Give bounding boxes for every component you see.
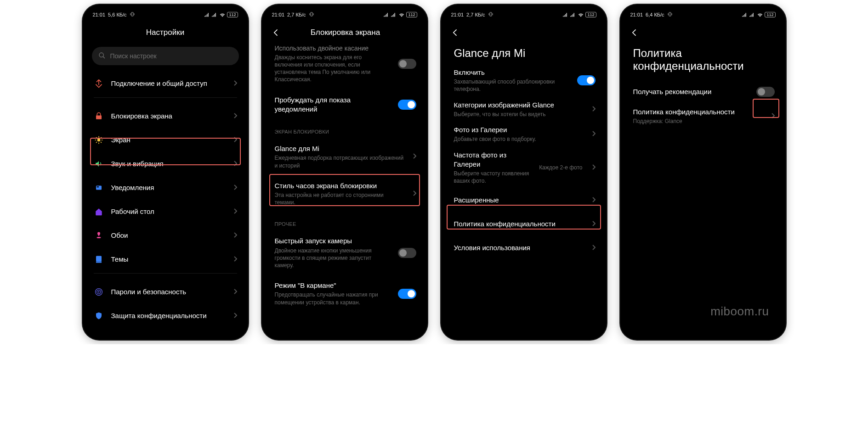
item-label: Блокировка экрана	[111, 112, 226, 121]
search-placeholder: Поиск настроек	[110, 52, 157, 60]
vibrate-icon	[309, 11, 314, 18]
page-title: Настройки	[92, 28, 239, 37]
item-title: Включить	[454, 68, 570, 77]
item-label: Рабочий стол	[111, 207, 226, 216]
item-pocket-mode[interactable]: Режим "В кармане" Предотвращать случайны…	[265, 275, 425, 312]
item-sub: Двойное нажатие кнопки уменьшения громко…	[275, 247, 391, 269]
status-speed: 2,7 КБ/с	[466, 12, 485, 17]
search-input[interactable]: Поиск настроек	[92, 47, 239, 65]
status-speed: 2,7 КБ/с	[287, 12, 306, 17]
toggle-enable[interactable]	[577, 75, 596, 85]
signal-icon	[384, 12, 390, 18]
chevron-right-icon	[771, 112, 775, 120]
item-sub: Захватывающий способ разблокировки телеф…	[454, 78, 570, 93]
item-categories[interactable]: Категории изображений Glance Выберите, ч…	[444, 97, 604, 122]
settings-item-home[interactable]: Рабочий стол	[85, 200, 245, 224]
lock-icon	[94, 111, 104, 121]
item-title: Использовать двойное касание	[275, 44, 391, 53]
signal-icon-2	[212, 12, 218, 18]
back-button[interactable]	[630, 28, 640, 38]
status-time: 21:01	[630, 12, 643, 17]
item-recommendations[interactable]: Получать рекомендации	[623, 80, 783, 104]
item-title: Glance для Mi	[275, 144, 405, 153]
item-terms[interactable]: Условия использования	[444, 236, 604, 260]
theme-icon	[94, 254, 104, 264]
chevron-right-icon	[233, 160, 237, 168]
item-sub: Предотвращать случайные нажатия при поме…	[275, 291, 391, 306]
settings-item-wallpaper[interactable]: Обои	[85, 224, 245, 247]
volume-icon	[94, 159, 104, 169]
section-header: ЭКРАН БЛОКИРОВКИ	[265, 120, 425, 138]
status-time: 21:01	[272, 12, 285, 17]
toggle-double-tap[interactable]	[398, 59, 416, 69]
item-title: Режим "В кармане"	[275, 281, 391, 290]
svg-rect-13	[669, 12, 671, 16]
settings-item-lockscreen[interactable]: Блокировка экрана	[85, 104, 245, 128]
phone-1: 21:01 5,6 КБ/с 112 Настройки Поиск настр…	[83, 5, 248, 340]
item-camera-launch[interactable]: Быстрый запуск камеры Двойное нажатие кн…	[265, 230, 425, 275]
item-frequency[interactable]: Частота фото из Галереи Выберите частоту…	[444, 147, 604, 189]
status-bar: 21:01 2,7 КБ/с 112	[444, 7, 604, 22]
item-label: Темы	[111, 255, 226, 264]
item-wake-notifications[interactable]: Пробуждать для показа уведомлений	[265, 90, 425, 120]
item-sub: Поддержка: Glance	[633, 118, 764, 125]
settings-item-security[interactable]: Пароли и безопасность	[85, 280, 245, 304]
settings-item-connection[interactable]: Подключение и общий доступ	[85, 72, 245, 95]
chevron-right-icon	[233, 288, 237, 296]
phone-2: 21:01 2,7 КБ/с 112 Блокировка экрана Исп…	[262, 5, 427, 340]
item-privacy-link[interactable]: Политика конфиденциальности Поддержка: G…	[623, 104, 783, 129]
vibrate-icon	[667, 11, 673, 18]
item-clock-style[interactable]: Стиль часов экрана блокировки Эта настро…	[265, 175, 425, 213]
item-label: Экран	[111, 135, 226, 145]
settings-item-display[interactable]: Экран	[85, 128, 245, 152]
page-title: Блокировка экрана	[287, 28, 404, 37]
item-label: Уведомления	[111, 183, 226, 192]
section-header: ПРОЧЕЕ	[265, 212, 425, 230]
divider	[94, 97, 237, 98]
item-title: Политика конфиденциальности	[633, 107, 764, 117]
item-label: Подключение и общий доступ	[111, 79, 226, 88]
settings-item-notifications[interactable]: Уведомления	[85, 176, 245, 200]
item-sub: Добавьте свои фото в подборку.	[454, 135, 584, 143]
settings-item-sound[interactable]: Звук и вибрация	[85, 152, 245, 176]
item-privacy-policy[interactable]: Политика конфиденциальности	[444, 212, 604, 236]
chevron-right-icon	[233, 184, 237, 192]
item-title: Получать рекомендации	[633, 87, 749, 96]
toggle-pocket[interactable]	[398, 289, 416, 299]
chevron-right-icon	[233, 231, 237, 240]
toggle-camera[interactable]	[398, 248, 416, 258]
chevron-right-icon	[592, 130, 596, 138]
status-bar: 21:01 2,7 КБ/с 112	[265, 7, 425, 22]
item-enable[interactable]: Включить Захватывающий способ разблокиро…	[444, 64, 604, 97]
item-glance[interactable]: Glance для Mi Ежедневная подборка потряс…	[265, 138, 425, 175]
chevron-right-icon	[233, 207, 237, 216]
item-title: Фото из Галереи	[454, 125, 584, 134]
item-label: Обои	[111, 231, 226, 240]
item-advanced[interactable]: Расширенные	[444, 188, 604, 212]
battery-icon: 112	[227, 12, 238, 17]
settings-item-themes[interactable]: Темы	[85, 247, 245, 271]
shield-icon	[94, 311, 104, 321]
signal-icon-2	[570, 12, 576, 18]
chevron-right-icon	[233, 255, 237, 263]
svg-rect-3	[96, 186, 102, 190]
item-gallery-photos[interactable]: Фото из Галереи Добавьте свои фото в под…	[444, 122, 604, 146]
back-button[interactable]	[450, 28, 460, 38]
back-button[interactable]	[271, 28, 281, 38]
status-bar: 21:01 6,4 КБ/с 112	[623, 7, 783, 22]
chevron-right-icon	[233, 136, 237, 144]
svg-rect-4	[96, 186, 99, 187]
item-double-tap[interactable]: Использовать двойное касание Дважды косн…	[265, 43, 425, 90]
battery-icon: 112	[585, 12, 596, 17]
wallpaper-icon	[94, 230, 104, 241]
toggle-recommendations[interactable]	[756, 87, 775, 97]
svg-point-1	[99, 53, 103, 57]
phone-4: 21:01 6,4 КБ/с 112 Политика конфиденциал…	[620, 5, 786, 340]
toggle-wake[interactable]	[398, 100, 416, 110]
settings-item-privacy[interactable]: Защита конфиденциальности	[85, 304, 245, 328]
item-sub: Эта настройка не работает со сторонними …	[275, 191, 405, 206]
svg-point-10	[98, 291, 99, 292]
item-label: Защита конфиденциальности	[111, 311, 226, 320]
item-sub: Ежедневная подборка потрясающих изображе…	[275, 154, 405, 169]
svg-rect-6	[96, 256, 102, 262]
